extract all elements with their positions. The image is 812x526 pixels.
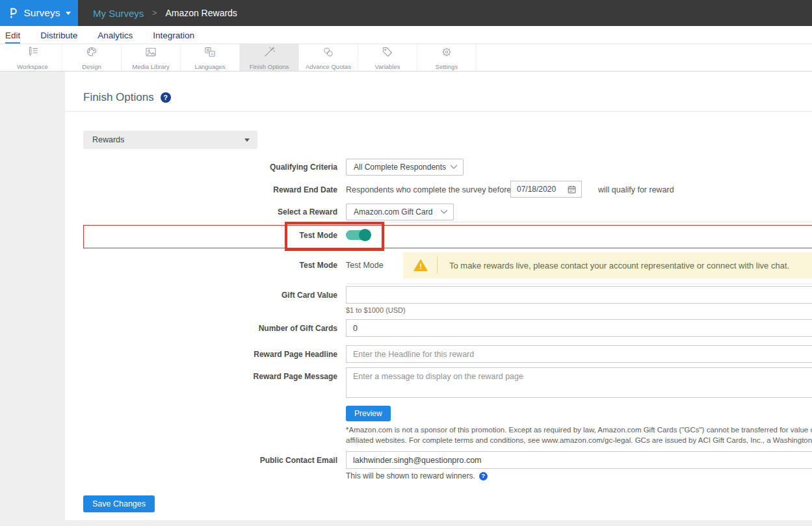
calendar-icon	[568, 185, 576, 194]
public-contact-email-hint-row: This will be shown to reward winners. ?	[346, 471, 488, 480]
chevron-down-icon	[440, 209, 448, 215]
qualifying-criteria-label: Qualifying Criteria	[65, 163, 337, 172]
toolbar-workspace[interactable]: Workspace	[3, 44, 62, 71]
toolbar-label: Languages	[194, 63, 225, 70]
toolbar-finish-options[interactable]: Finish Options	[240, 44, 299, 71]
finish-option-category-select[interactable]: Rewards	[83, 131, 257, 149]
reward-end-date-prefix: Respondents who complete the survey befo…	[346, 185, 511, 194]
number-of-gift-cards-input[interactable]	[346, 319, 812, 337]
toggle-knob	[359, 229, 371, 241]
tab-integration[interactable]: Integration	[153, 31, 194, 44]
reward-end-date-suffix: will qualify for reward	[598, 185, 674, 194]
select-a-reward-value: Amazon.com Gift Card	[354, 207, 432, 217]
palette-icon	[84, 46, 99, 61]
gift-card-value-label: Gift Card Value	[65, 291, 337, 300]
preview-button[interactable]: Preview	[346, 406, 391, 421]
public-contact-email-input[interactable]	[346, 451, 812, 469]
breadcrumb: My Surveys > Amazon Rewards	[93, 8, 237, 19]
toolbar-label: Workspace	[17, 63, 47, 70]
image-icon	[143, 46, 159, 61]
test-mode-toggle[interactable]	[346, 230, 370, 240]
qualifying-criteria-select[interactable]: All Complete Respondents	[346, 159, 464, 176]
test-mode-status-label: Test Mode	[65, 261, 337, 270]
chain-links-icon	[321, 46, 336, 61]
caret-down-icon	[244, 138, 250, 142]
test-mode-warning: To make rewards live, please contact you…	[403, 252, 812, 278]
breadcrumb-current-survey: Amazon Rewards	[165, 8, 237, 18]
product-menu[interactable]: Surveys	[0, 0, 78, 26]
number-of-gift-cards-label: Number of Gift Cards	[65, 324, 337, 333]
gift-card-value-hint: $1 to $1000 (USD)	[346, 306, 406, 314]
toolbar-variables[interactable]: Variables	[358, 44, 417, 71]
warning-message: To make rewards live, please contact you…	[449, 261, 789, 270]
amazon-disclaimer-line1: *Amazon.com is not a sponsor of this pro…	[346, 426, 812, 434]
gift-card-value-input[interactable]	[346, 286, 812, 304]
left-gutter	[0, 72, 65, 520]
toolbar-label: Finish Options	[250, 63, 289, 70]
breadcrumb-separator: >	[152, 8, 157, 18]
toolbar-design[interactable]: Design	[62, 44, 122, 71]
reward-page-headline-input[interactable]	[346, 345, 812, 363]
gear-icon	[439, 46, 454, 61]
reward-end-date-input[interactable]: 07/18/2020	[510, 181, 582, 198]
divider	[65, 111, 812, 112]
page-title: Finish Options	[83, 91, 154, 104]
reward-page-message-label: Reward Page Message	[65, 372, 337, 381]
divider	[346, 222, 812, 222]
divider	[346, 283, 812, 284]
reward-page-message-input[interactable]	[346, 367, 812, 398]
reward-page-headline-label: Reward Page Headline	[65, 350, 337, 359]
toolbar-advance-quotas[interactable]: Advance Quotas	[299, 44, 358, 71]
caret-down-icon	[66, 12, 71, 15]
help-icon[interactable]: ?	[161, 92, 171, 103]
toolbar-label: Variables	[375, 63, 400, 70]
chevron-down-icon	[450, 164, 458, 170]
toolbar-label: Media Library	[132, 63, 170, 70]
category-select-value: Rewards	[92, 135, 124, 144]
test-mode-toggle-label: Test Mode	[65, 231, 337, 240]
public-contact-email-hint: This will be shown to reward winners.	[346, 471, 475, 480]
toolbar-label: Advance Quotas	[306, 63, 351, 70]
reward-end-date-value: 07/18/2020	[517, 185, 556, 194]
pencil-list-icon	[25, 46, 40, 61]
warning-triangle-icon	[413, 259, 428, 272]
toolbar-label: Settings	[436, 63, 458, 70]
warning-divider	[437, 257, 438, 274]
tab-analytics[interactable]: Analytics	[98, 31, 133, 44]
top-header: Surveys My Surveys > Amazon Rewards	[0, 0, 812, 26]
tab-edit[interactable]: Edit	[5, 31, 20, 44]
toolbar-settings[interactable]: Settings	[417, 44, 477, 71]
test-mode-status-value: Test Mode	[346, 261, 384, 270]
save-changes-button[interactable]: Save Changes	[83, 495, 155, 512]
help-icon[interactable]: ?	[479, 472, 488, 480]
breadcrumb-my-surveys[interactable]: My Surveys	[93, 8, 144, 19]
select-a-reward-select[interactable]: Amazon.com Gift Card	[346, 204, 454, 220]
toolbar-label: Design	[82, 63, 101, 70]
toolbar-languages[interactable]: A Languages	[181, 44, 240, 71]
tag-icon	[380, 46, 395, 61]
translate-icon: A	[202, 46, 218, 61]
app-window: Surveys My Surveys > Amazon Rewards Edit…	[0, 0, 812, 526]
magic-wand-icon	[261, 46, 277, 61]
main-nav-tabs: Edit Distribute Analytics Integration	[0, 26, 812, 44]
app-name: Surveys	[24, 7, 60, 19]
finish-options-panel: Finish Options ? Rewards Qualifying Crit…	[65, 72, 812, 520]
public-contact-email-label: Public Contact Email	[65, 456, 337, 465]
toolbar-media-library[interactable]: Media Library	[122, 44, 181, 71]
questionpro-logo-icon	[8, 6, 19, 20]
reward-end-date-label: Reward End Date	[65, 185, 337, 194]
select-a-reward-label: Select a Reward	[65, 207, 337, 217]
amazon-disclaimer-line2: affiliated websites. For complete terms …	[346, 436, 812, 444]
svg-text:A: A	[211, 51, 213, 55]
edit-toolbar: Workspace Design Media Library A Languag…	[0, 44, 812, 72]
qualifying-criteria-value: All Complete Respondents	[354, 163, 446, 172]
tab-distribute[interactable]: Distribute	[40, 31, 77, 44]
bottom-gutter	[0, 520, 812, 526]
